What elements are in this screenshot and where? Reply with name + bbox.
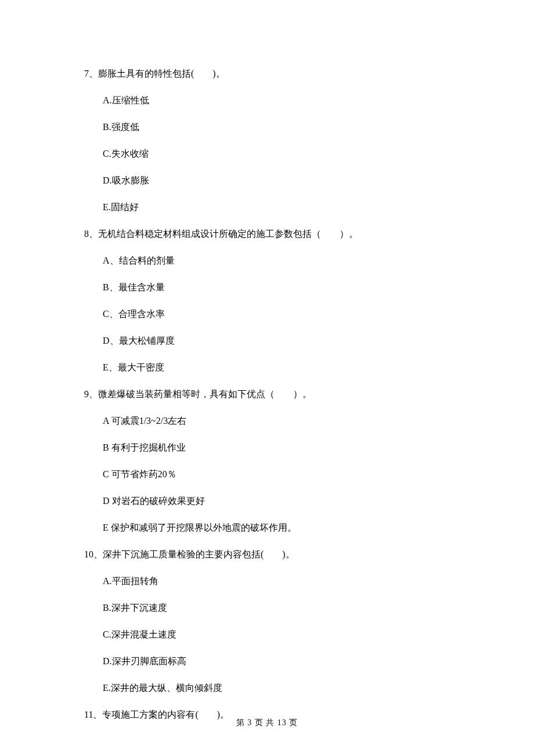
question-7: 7、膨胀土具有的特性包括( )。 A.压缩性低 B.强度低 C.失水收缩 D.吸… bbox=[84, 67, 450, 214]
page-footer: 第 3 页 共 13 页 bbox=[0, 718, 534, 728]
question-stem: 7、膨胀土具有的特性包括( )。 bbox=[84, 67, 450, 81]
question-8: 8、无机结合料稳定材料组成设计所确定的施工参数包括（ ）。 A、结合料的剂量 B… bbox=[84, 227, 450, 375]
question-option: B.强度低 bbox=[84, 120, 450, 134]
question-option: B、最佳含水量 bbox=[84, 280, 450, 294]
question-stem: 10、深井下沉施工质量检验的主要内容包括( )。 bbox=[84, 548, 450, 561]
question-option: B 有利于挖掘机作业 bbox=[84, 441, 450, 455]
question-option: C 可节省炸药20％ bbox=[84, 467, 450, 481]
question-option: C.深井混凝土速度 bbox=[84, 628, 450, 642]
question-option: D.深井刃脚底面标高 bbox=[84, 654, 450, 668]
question-option: A.平面扭转角 bbox=[84, 574, 450, 588]
page-content: 7、膨胀土具有的特性包括( )。 A.压缩性低 B.强度低 C.失水收缩 D.吸… bbox=[0, 0, 534, 722]
question-option: E.深井的最大纵、横向倾斜度 bbox=[84, 681, 450, 695]
question-option: E.固结好 bbox=[84, 200, 450, 214]
question-option: A 可减震1/3~2/3左右 bbox=[84, 414, 450, 428]
question-option: D.吸水膨胀 bbox=[84, 174, 450, 188]
question-option: E 保护和减弱了开挖限界以外地震的破坏作用。 bbox=[84, 521, 450, 535]
question-option: A、结合料的剂量 bbox=[84, 254, 450, 268]
question-10: 10、深井下沉施工质量检验的主要内容包括( )。 A.平面扭转角 B.深井下沉速… bbox=[84, 548, 450, 695]
question-option: C.失水收缩 bbox=[84, 147, 450, 161]
question-stem: 8、无机结合料稳定材料组成设计所确定的施工参数包括（ ）。 bbox=[84, 227, 450, 241]
question-option: B.深井下沉速度 bbox=[84, 601, 450, 615]
question-stem: 9、微差爆破当装药量相等时，具有如下优点（ ）。 bbox=[84, 387, 450, 401]
question-option: D、最大松铺厚度 bbox=[84, 334, 450, 348]
question-option: C、合理含水率 bbox=[84, 307, 450, 321]
question-9: 9、微差爆破当装药量相等时，具有如下优点（ ）。 A 可减震1/3~2/3左右 … bbox=[84, 387, 450, 535]
question-option: E、最大干密度 bbox=[84, 361, 450, 375]
question-option: D 对岩石的破碎效果更好 bbox=[84, 494, 450, 508]
question-option: A.压缩性低 bbox=[84, 93, 450, 107]
